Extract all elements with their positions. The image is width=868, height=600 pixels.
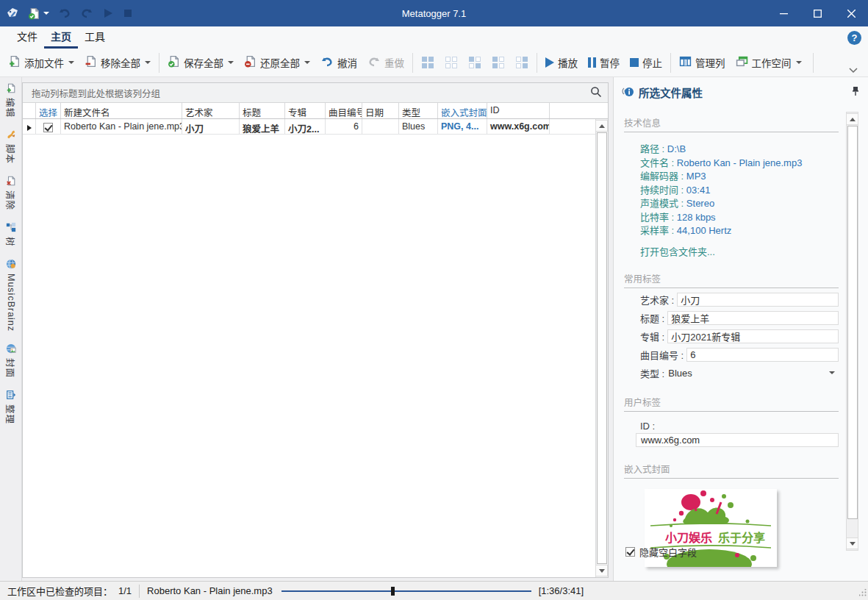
maximize-button[interactable] bbox=[800, 0, 834, 26]
title-field[interactable] bbox=[667, 311, 839, 325]
cell-artist[interactable]: 小刀 bbox=[182, 119, 240, 134]
undo-button[interactable]: 撤消 bbox=[315, 51, 362, 74]
resize-grip-icon[interactable] bbox=[859, 588, 867, 599]
quick-access-toolbar bbox=[6, 7, 133, 20]
ribbon-separator bbox=[813, 53, 814, 73]
playback-slider[interactable] bbox=[281, 586, 531, 596]
cell-album[interactable]: 小刀2... bbox=[285, 119, 326, 134]
table-scroll-thumb[interactable] bbox=[597, 132, 607, 564]
table-vertical-scrollbar[interactable] bbox=[595, 119, 608, 577]
cell-id[interactable]: www.x6g.com bbox=[487, 119, 550, 134]
remove-all-caret[interactable] bbox=[145, 61, 151, 64]
album-field[interactable] bbox=[667, 329, 839, 343]
stop-button[interactable]: 停止 bbox=[625, 51, 667, 74]
save-all-button[interactable]: 保存全部 bbox=[162, 51, 239, 74]
close-button[interactable] bbox=[834, 0, 868, 26]
manage-columns-button[interactable]: 管理列 bbox=[674, 51, 731, 74]
minimize-button[interactable] bbox=[767, 0, 800, 26]
section-technical-info: 技术信息 路径 : D:\B 文件名 : Roberto Kan - Plain… bbox=[624, 115, 839, 258]
column-header-artist[interactable]: 艺术家 bbox=[182, 103, 240, 118]
restore-all-button[interactable]: 还原全部 bbox=[239, 51, 315, 74]
cell-track[interactable]: 6 bbox=[326, 119, 362, 134]
redo-quick-icon[interactable] bbox=[80, 7, 93, 19]
sidebar-item-clear[interactable]: 清除 bbox=[4, 176, 18, 210]
cell-cover[interactable]: PNG, 4... bbox=[438, 119, 487, 134]
group-by-bar[interactable]: 拖动列标题到此处根据该列分组 bbox=[23, 83, 608, 103]
field-label: 声道模式 : bbox=[640, 198, 684, 209]
restore-all-caret[interactable] bbox=[304, 61, 310, 64]
check-selected-button[interactable] bbox=[487, 52, 510, 73]
uncheck-all-button[interactable] bbox=[440, 52, 463, 73]
panel-scroll-down-icon[interactable] bbox=[846, 538, 858, 549]
cell-title[interactable]: 狼爱上羊 bbox=[240, 119, 285, 134]
sidebar-item-organize[interactable]: 整理 bbox=[4, 390, 18, 424]
genre-dropdown[interactable]: Blues bbox=[667, 366, 839, 380]
hide-empty-fields-option[interactable]: 隐藏空白字段 bbox=[625, 545, 697, 559]
panel-vertical-scrollbar[interactable] bbox=[846, 112, 858, 551]
redo-button[interactable]: 重做 bbox=[362, 51, 409, 74]
tab-file[interactable]: 文件 bbox=[10, 25, 44, 49]
cell-genre[interactable]: Blues bbox=[399, 119, 438, 134]
save-dropdown-caret[interactable] bbox=[43, 12, 49, 15]
remove-all-button[interactable]: 移除全部 bbox=[79, 51, 156, 74]
workspace-caret[interactable] bbox=[796, 61, 802, 64]
hide-empty-fields-checkbox[interactable] bbox=[625, 547, 635, 557]
column-header-track[interactable]: 曲目编号 bbox=[326, 103, 362, 118]
cell-new-filename[interactable]: Roberto Kan - Plain jene.mp3 bbox=[61, 119, 182, 134]
panel-scroll-thumb[interactable] bbox=[847, 126, 858, 519]
open-containing-folder-link[interactable]: 打开包含文件夹... bbox=[640, 244, 715, 258]
panel-scroll-up-icon[interactable] bbox=[846, 113, 858, 125]
id-field[interactable] bbox=[636, 433, 839, 447]
column-header-id[interactable]: ID bbox=[487, 103, 550, 118]
playback-slider-handle[interactable] bbox=[391, 587, 395, 596]
invert-check-button[interactable] bbox=[463, 52, 487, 73]
add-files-caret[interactable] bbox=[68, 61, 74, 64]
scroll-up-icon[interactable] bbox=[595, 120, 608, 132]
tab-home[interactable]: 主页 bbox=[44, 25, 78, 49]
uncheck-selected-button[interactable] bbox=[510, 52, 534, 73]
save-all-caret[interactable] bbox=[228, 61, 234, 64]
sidebar-item-tree[interactable]: 树 bbox=[4, 222, 18, 247]
sidebar-item-script[interactable]: 脚本 bbox=[4, 129, 18, 164]
collapse-ribbon-icon[interactable] bbox=[849, 65, 858, 76]
stop-quick-icon[interactable] bbox=[123, 8, 133, 18]
stop-icon bbox=[630, 58, 639, 67]
cell-date[interactable] bbox=[362, 119, 399, 134]
add-files-button[interactable]: 添加文件 bbox=[3, 51, 79, 74]
pin-icon[interactable] bbox=[852, 86, 859, 99]
genre-label: 类型 : bbox=[640, 366, 664, 380]
hide-empty-fields-label: 隐藏空白字段 bbox=[639, 545, 697, 559]
column-header-genre[interactable]: 类型 bbox=[399, 103, 438, 118]
help-icon[interactable]: ? bbox=[847, 31, 861, 45]
sidebar-item-cover[interactable]: 封面 bbox=[4, 343, 18, 378]
column-header-select[interactable]: 选择 bbox=[36, 103, 61, 118]
check-all-button[interactable] bbox=[416, 52, 440, 73]
field-label: 采样率 : bbox=[640, 225, 674, 236]
checked-items-label: 工作区中已检查的项目： bbox=[7, 584, 112, 598]
undo-quick-icon[interactable] bbox=[58, 7, 71, 19]
workspace-button[interactable]: 工作空间 bbox=[731, 51, 807, 74]
table-row[interactable]: Roberto Kan - Plain jene.mp3 小刀 狼爱上羊 小刀2… bbox=[23, 119, 608, 135]
column-header-album[interactable]: 专辑 bbox=[285, 103, 326, 118]
play-quick-icon[interactable] bbox=[102, 7, 114, 19]
redo-label: 重做 bbox=[384, 55, 404, 70]
search-icon[interactable] bbox=[590, 86, 602, 100]
column-header-new-filename[interactable]: 新建文件名 bbox=[61, 103, 182, 118]
undo-label: 撤消 bbox=[337, 55, 357, 70]
tab-tools[interactable]: 工具 bbox=[78, 25, 112, 49]
sidebar-item-musicbrainz[interactable]: MusicBrainz bbox=[6, 259, 16, 332]
play-button[interactable]: 播放 bbox=[540, 51, 583, 74]
column-header-title[interactable]: 标题 bbox=[240, 103, 285, 118]
cell-select[interactable] bbox=[36, 119, 61, 134]
pause-button[interactable]: 暂停 bbox=[583, 51, 625, 74]
column-header-cover[interactable]: 嵌入式封面 bbox=[438, 103, 487, 118]
column-header-date[interactable]: 日期 bbox=[362, 103, 399, 118]
sidebar-item-edit[interactable]: 编辑 bbox=[4, 83, 18, 118]
track-number-field[interactable] bbox=[686, 348, 839, 362]
artist-field[interactable] bbox=[677, 293, 839, 307]
row-checkbox[interactable] bbox=[43, 123, 53, 132]
scroll-down-icon[interactable] bbox=[595, 565, 608, 576]
app-logo-icon[interactable] bbox=[6, 7, 19, 20]
cover-text-pink: 小刀娱乐 bbox=[665, 531, 712, 544]
save-all-quick-button[interactable] bbox=[28, 7, 49, 20]
